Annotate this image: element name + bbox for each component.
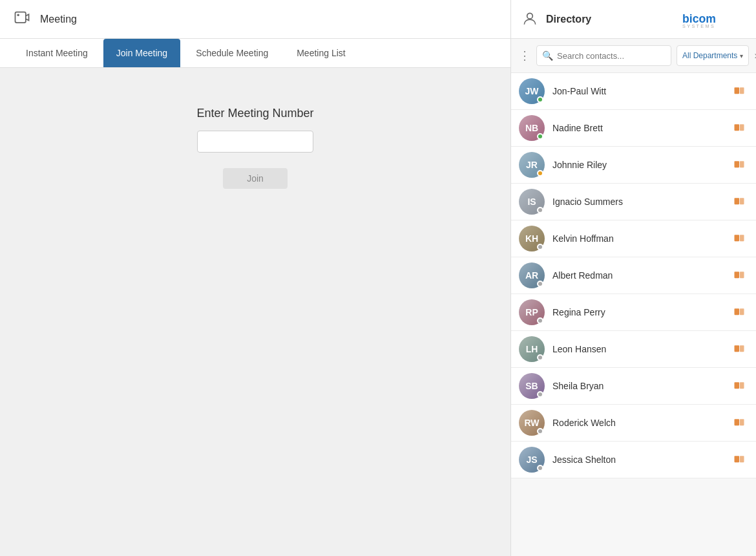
status-dot (537, 391, 543, 398)
department-dropdown[interactable]: All Departments ▾ (677, 45, 749, 66)
svg-rect-5 (735, 87, 740, 94)
contact-actions (730, 119, 748, 137)
contact-action-icon[interactable] (730, 119, 748, 137)
tab-schedule-meeting[interactable]: Schedule Meeting (183, 39, 281, 67)
svg-rect-26 (740, 456, 744, 462)
contact-actions (730, 193, 748, 211)
contact-item[interactable]: JW Jon-Paul Witt (511, 73, 756, 110)
chevron-down-icon: ▾ (740, 52, 743, 59)
join-button[interactable]: Join (223, 168, 288, 189)
directory-title: Directory (546, 14, 681, 25)
tabs-bar: Instant Meeting Join Meeting Schedule Me… (0, 39, 510, 68)
contact-item[interactable]: LH Leon Hansen (511, 331, 756, 368)
svg-rect-24 (740, 419, 744, 425)
status-dot (537, 244, 543, 250)
contact-item[interactable]: JS Jessica Shelton (511, 442, 756, 478)
contacts-list: JW Jon-Paul Witt NB Nadine (511, 73, 756, 556)
tab-meeting-list[interactable]: Meeting List (284, 39, 358, 67)
svg-rect-14 (740, 235, 744, 241)
contact-action-icon[interactable] (730, 230, 748, 248)
contact-actions (730, 266, 748, 284)
contact-actions (730, 377, 748, 395)
tab-instant-meeting[interactable]: Instant Meeting (13, 39, 101, 67)
right-panel: Directory bicom SYSTEMS ⋮ 🔍 All Departme… (510, 0, 756, 556)
status-dot (537, 428, 543, 434)
meeting-number-input[interactable] (197, 131, 313, 153)
avatar: SB (519, 373, 545, 399)
avatar: JW (519, 78, 545, 104)
avatar: AR (519, 262, 545, 288)
svg-rect-0 (16, 12, 26, 22)
svg-rect-9 (735, 161, 740, 167)
avatar: KH (519, 226, 545, 251)
status-dot (537, 281, 543, 287)
svg-rect-6 (740, 87, 744, 94)
status-dot (537, 170, 543, 176)
svg-rect-8 (740, 124, 744, 131)
contact-action-icon[interactable] (730, 156, 748, 174)
svg-text:SYSTEMS: SYSTEMS (682, 23, 715, 28)
more-options-button[interactable]: ⋮ (519, 48, 531, 63)
svg-rect-22 (740, 382, 744, 389)
contact-action-icon[interactable] (730, 82, 748, 100)
contact-name: Johnnie Riley (552, 160, 730, 170)
department-label: All Departments (682, 51, 737, 60)
contact-name: Kelvin Hoffman (552, 233, 730, 244)
svg-rect-19 (735, 345, 740, 352)
svg-rect-20 (740, 345, 744, 352)
search-icon: 🔍 (542, 50, 553, 61)
contact-action-icon[interactable] (730, 340, 748, 358)
left-header-title: Meeting (40, 14, 77, 25)
contact-action-icon[interactable] (730, 266, 748, 284)
svg-point-1 (17, 14, 19, 16)
contact-item[interactable]: IS Ignacio Summers (511, 184, 756, 220)
contact-item[interactable]: SB Sheila Bryan (511, 368, 756, 405)
search-input[interactable] (557, 51, 666, 61)
contact-name: Nadine Brett (552, 123, 730, 133)
contact-action-icon[interactable] (730, 414, 748, 432)
avatar: RP (519, 299, 545, 325)
bicom-logo: bicom SYSTEMS (681, 9, 746, 30)
meeting-number-label: Enter Meeting Number (196, 107, 313, 120)
contact-item[interactable]: AR Albert Redman (511, 257, 756, 294)
directory-toolbar: ⋮ 🔍 All Departments ▾ › (511, 39, 756, 73)
svg-rect-18 (740, 308, 744, 315)
contact-name: Jon-Paul Witt (552, 86, 730, 96)
meeting-header-icon (13, 9, 34, 30)
search-box: 🔍 (536, 45, 671, 66)
contact-actions (730, 230, 748, 248)
svg-rect-11 (735, 198, 740, 204)
avatar: JR (519, 152, 545, 178)
avatar: NB (519, 115, 545, 141)
left-panel: Meeting Instant Meeting Join Meeting Sch… (0, 0, 510, 556)
contact-item[interactable]: RP Regina Perry (511, 294, 756, 331)
contact-action-icon[interactable] (730, 303, 748, 321)
svg-rect-16 (740, 272, 744, 278)
svg-rect-15 (735, 272, 740, 278)
contact-action-icon[interactable] (730, 377, 748, 395)
status-dot (537, 354, 543, 361)
directory-header-icon (521, 10, 540, 28)
contact-actions (730, 156, 748, 174)
svg-rect-17 (735, 308, 740, 315)
contact-actions (730, 303, 748, 321)
contact-item[interactable]: JR Johnnie Riley (511, 147, 756, 184)
svg-rect-23 (735, 419, 740, 425)
join-meeting-content: Enter Meeting Number Join (0, 68, 510, 556)
contact-name: Leon Hansen (552, 344, 730, 354)
contact-action-icon[interactable] (730, 193, 748, 211)
contact-item[interactable]: NB Nadine Brett (511, 110, 756, 147)
contact-name: Albert Redman (552, 270, 730, 281)
contact-item[interactable]: RW Roderick Welch (511, 405, 756, 442)
tab-join-meeting[interactable]: Join Meeting (103, 39, 180, 67)
svg-rect-12 (740, 198, 744, 204)
avatar: IS (519, 189, 545, 215)
svg-rect-13 (735, 235, 740, 241)
svg-rect-10 (740, 161, 744, 167)
status-dot (537, 207, 543, 213)
status-dot (537, 317, 543, 324)
status-dot (537, 465, 543, 471)
contact-name: Sheila Bryan (552, 381, 730, 391)
contact-action-icon[interactable] (730, 451, 748, 469)
contact-item[interactable]: KH Kelvin Hoffman (511, 220, 756, 257)
